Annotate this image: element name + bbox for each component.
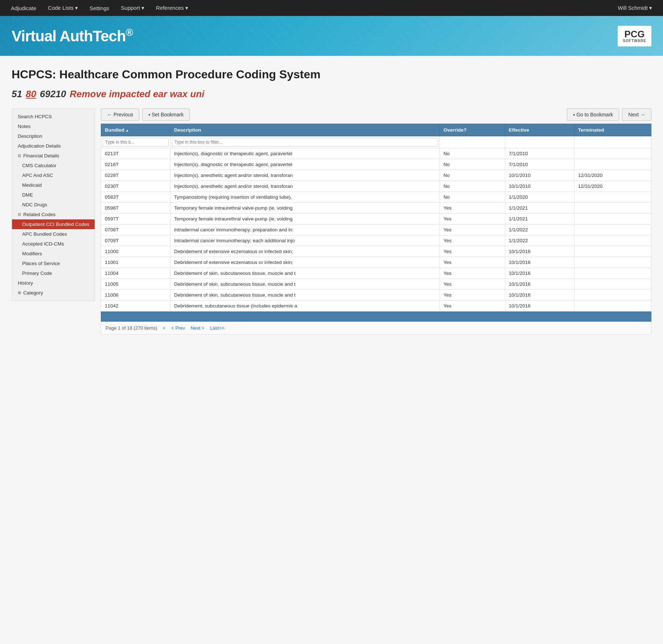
sidebar: Search HCPCS Notes Description Adjudicat… xyxy=(12,108,95,301)
code-number: 69210 xyxy=(40,88,66,100)
cell-bundled: 0228T xyxy=(101,170,170,181)
filter-row xyxy=(101,136,651,148)
cell-override: No xyxy=(440,159,505,170)
collapse-icon: ⊟ xyxy=(18,153,21,158)
sidebar-item-primary-code[interactable]: Primary Code xyxy=(12,268,95,278)
nav-references[interactable]: References ▾ xyxy=(151,1,193,15)
cell-effective: 10/1/2016 xyxy=(505,279,574,290)
table-row[interactable]: 0597TTemporary female intraurethral valv… xyxy=(101,214,651,224)
nav-support[interactable]: Support ▾ xyxy=(116,1,149,15)
table-row[interactable]: 0213TInjection(s), diagnostic or therape… xyxy=(101,148,651,159)
collapse-icon-2: ⊟ xyxy=(18,212,21,217)
cell-effective: 10/1/2016 xyxy=(505,246,574,257)
cell-description: Tympanostomy (requiring insertion of ven… xyxy=(170,192,440,203)
cell-bundled: 0709T xyxy=(101,235,170,246)
cell-terminated xyxy=(574,301,651,311)
sidebar-item-apc-asc[interactable]: APC And ASC xyxy=(12,170,95,180)
nav-code-lists[interactable]: Code Lists ▾ xyxy=(43,1,83,15)
cell-bundled: 11001 xyxy=(101,257,170,268)
pagination-last[interactable]: Last>> xyxy=(210,325,225,331)
cell-effective: 1/1/2021 xyxy=(505,203,574,214)
table-row[interactable]: 0216TInjection(s), diagnostic or therape… xyxy=(101,159,651,170)
table-row[interactable]: 11004Debridement of skin, subcutaneous t… xyxy=(101,268,651,279)
sidebar-item-cms-calculator[interactable]: CMS Calculator xyxy=(12,161,95,170)
cell-override: Yes xyxy=(440,214,505,224)
sidebar-item-ndc-drugs[interactable]: NDC Drugs xyxy=(12,200,95,210)
code-link[interactable]: 80 xyxy=(26,88,36,100)
sidebar-item-search-hcpcs[interactable]: Search HCPCS xyxy=(12,112,95,121)
col-header-bundled[interactable]: Bundled xyxy=(101,124,170,136)
cell-description: Injection(s), diagnostic or therapeutic … xyxy=(170,148,440,159)
cell-bundled: 11006 xyxy=(101,290,170,301)
cell-terminated: 12/31/2020 xyxy=(574,181,651,192)
table-row[interactable]: 0596TTemporary female intraurethral valv… xyxy=(101,203,651,214)
table-row[interactable]: 0583TTympanostomy (requiring insertion o… xyxy=(101,192,651,203)
col-header-effective[interactable]: Effective xyxy=(505,124,574,136)
sidebar-item-description[interactable]: Description xyxy=(12,131,95,141)
sidebar-item-dme[interactable]: DME xyxy=(12,190,95,200)
table-row[interactable]: 11042Debridement, subcutaneous tissue (i… xyxy=(101,301,651,311)
sidebar-item-modifiers[interactable]: Modifiers xyxy=(12,249,95,259)
toolbar: ← Previous ▪ Set Bookmark ▪ Go to Bookma… xyxy=(101,108,651,121)
sidebar-group-financial[interactable]: ⊟ Financial Details xyxy=(12,151,95,161)
pagination-first[interactable]: < xyxy=(163,325,166,331)
nav-adjudicate[interactable]: Adjudicate xyxy=(6,1,41,15)
cell-terminated xyxy=(574,257,651,268)
cell-bundled: 11004 xyxy=(101,268,170,279)
nav-items: Adjudicate Code Lists ▾ Settings Support… xyxy=(6,1,657,15)
table-row[interactable]: 11000Debridement of extensive eczematous… xyxy=(101,246,651,257)
sidebar-item-apc-bundled[interactable]: APC Bundled Codes xyxy=(12,229,95,239)
cell-override: No xyxy=(440,181,505,192)
table-row[interactable]: 11006Debridement of skin, subcutaneous t… xyxy=(101,290,651,301)
cell-description: Temporary female intraurethral valve-pum… xyxy=(170,203,440,214)
col-header-override[interactable]: Override? xyxy=(440,124,505,136)
next-button[interactable]: Next → xyxy=(622,108,651,121)
top-navigation: Adjudicate Code Lists ▾ Settings Support… xyxy=(0,0,663,16)
sidebar-item-medicaid[interactable]: Medicaid xyxy=(12,180,95,190)
cell-override: Yes xyxy=(440,203,505,214)
nav-user[interactable]: Will Schmidt ▾ xyxy=(613,1,657,15)
code-prefix: 51 xyxy=(12,88,22,100)
cell-effective: 7/1/2010 xyxy=(505,159,574,170)
cell-terminated: 12/31/2020 xyxy=(574,170,651,181)
table-row[interactable]: 11005Debridement of skin, subcutaneous t… xyxy=(101,279,651,290)
pagination-next[interactable]: Next > xyxy=(191,325,205,331)
cell-description: Injection(s), anesthetic agent and/or st… xyxy=(170,181,440,192)
filter-description[interactable] xyxy=(172,138,438,146)
sidebar-item-notes[interactable]: Notes xyxy=(12,121,95,131)
col-header-description[interactable]: Description xyxy=(170,124,440,136)
sidebar-item-outpatient-cci[interactable]: Outpatient CCI Bundled Codes xyxy=(12,219,95,229)
filter-bundled[interactable] xyxy=(103,138,169,146)
cell-description: Debridement of skin, subcutaneous tissue… xyxy=(170,290,440,301)
cell-override: No xyxy=(440,148,505,159)
sidebar-item-accepted-icd[interactable]: Accepted ICD-CMs xyxy=(12,239,95,249)
cell-effective: 10/1/2016 xyxy=(505,268,574,279)
sidebar-item-history[interactable]: History xyxy=(12,278,95,288)
goto-bookmark-button[interactable]: ▪ Go to Bookmark xyxy=(567,108,619,121)
sidebar-group-category[interactable]: ⊞ Category xyxy=(12,288,95,298)
previous-button[interactable]: ← Previous xyxy=(101,108,139,121)
cell-bundled: 11042 xyxy=(101,301,170,311)
cell-override: Yes xyxy=(440,290,505,301)
table-row[interactable]: 0228TInjection(s), anesthetic agent and/… xyxy=(101,170,651,181)
cell-bundled: 0708T xyxy=(101,224,170,235)
cell-description: Debridement of skin, subcutaneous tissue… xyxy=(170,268,440,279)
sidebar-item-places-of-service[interactable]: Places of Service xyxy=(12,259,95,268)
cell-bundled: 0230T xyxy=(101,181,170,192)
sidebar-item-adjudication-details[interactable]: Adjudication Details xyxy=(12,141,95,151)
col-header-terminated[interactable]: Terminated xyxy=(574,124,651,136)
pagination-prev[interactable]: < Prev xyxy=(171,325,185,331)
banner-title: Virtual AuthTech® xyxy=(12,27,133,45)
table-row[interactable]: 0709TIntradermal cancer immunotherapy; e… xyxy=(101,235,651,246)
table-row[interactable]: 0708TIntradermal cancer immunotherapy; p… xyxy=(101,224,651,235)
cell-effective: 1/1/2022 xyxy=(505,224,574,235)
page-title: HCPCS: Healthcare Common Procedure Codin… xyxy=(12,67,651,81)
sidebar-group-related-codes[interactable]: ⊟ Related Codes xyxy=(12,210,95,219)
cell-terminated xyxy=(574,268,651,279)
set-bookmark-button[interactable]: ▪ Set Bookmark xyxy=(142,108,190,121)
table-row[interactable]: 11001Debridement of extensive eczematous… xyxy=(101,257,651,268)
code-line: 51 80 69210 Remove impacted ear wax uni xyxy=(12,88,651,100)
cell-bundled: 0216T xyxy=(101,159,170,170)
nav-settings[interactable]: Settings xyxy=(85,1,114,15)
table-row[interactable]: 0230TInjection(s), anesthetic agent and/… xyxy=(101,181,651,192)
